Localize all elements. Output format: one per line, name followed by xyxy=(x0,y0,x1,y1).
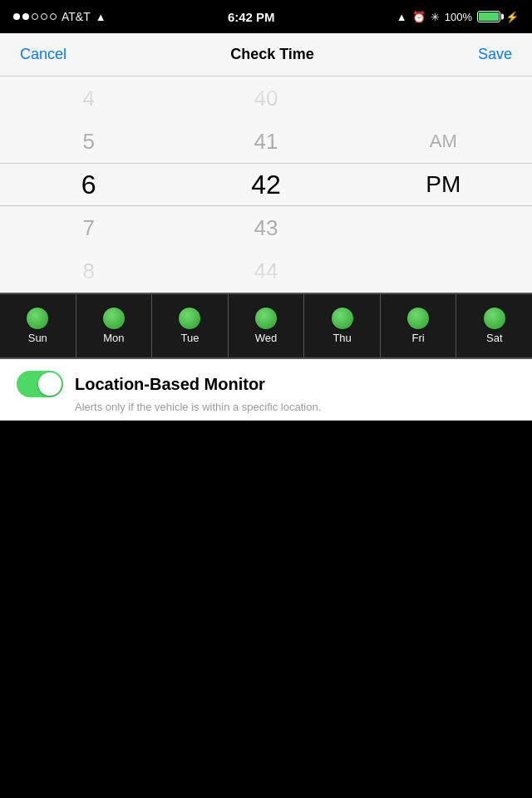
location-monitor-title: Location-Based Monitor xyxy=(75,375,265,394)
day-dot-tue xyxy=(179,308,200,329)
bluetooth-icon: ✳ xyxy=(431,11,440,23)
location-icon: ▲ xyxy=(397,11,407,23)
battery-fill xyxy=(479,12,499,21)
day-dot-sun xyxy=(27,308,48,329)
signal-dot-2 xyxy=(22,13,29,20)
minute-item-42: 42 xyxy=(177,163,354,206)
day-dot-mon xyxy=(103,308,125,329)
carrier-label: AT&T xyxy=(62,10,91,23)
hour-item-7: 7 xyxy=(0,206,177,249)
day-label-thu: Thu xyxy=(332,332,351,344)
signal-dot-1 xyxy=(13,13,20,20)
signal-dot-4 xyxy=(41,13,47,20)
location-monitor-toggle[interactable] xyxy=(17,371,63,397)
location-monitor-row: Location-Based Monitor Alerts only if th… xyxy=(0,359,532,421)
hour-item-6: 6 xyxy=(0,163,177,206)
ampm-item-pm: PM xyxy=(355,163,532,206)
hour-item-8: 8 xyxy=(0,249,177,293)
nav-title: Check Time xyxy=(230,46,314,63)
battery-label: 100% xyxy=(445,11,472,23)
day-label-fri: Fri xyxy=(412,332,425,344)
minute-item-43: 43 xyxy=(177,206,354,249)
wifi-icon: ▲ xyxy=(96,11,106,23)
signal-dot-3 xyxy=(32,13,38,20)
day-cell-sat[interactable]: Sat xyxy=(456,294,532,357)
minute-item-40: 40 xyxy=(177,76,354,120)
alarm-icon: ⏰ xyxy=(412,11,426,23)
status-bar: AT&T ▲ 6:42 PM ▲ ⏰ ✳ 100% ⚡ xyxy=(0,0,532,33)
days-bar: Sun Mon Tue Wed Thu Fri Sat xyxy=(0,293,532,359)
day-label-sat: Sat xyxy=(486,332,503,344)
day-cell-thu[interactable]: Thu xyxy=(304,294,381,357)
day-dot-thu xyxy=(332,308,353,329)
minute-item-44: 44 xyxy=(177,249,354,293)
day-dot-fri xyxy=(407,308,429,329)
day-label-tue: Tue xyxy=(180,332,199,344)
day-cell-tue[interactable]: Tue xyxy=(152,294,229,357)
minute-column[interactable]: 40 41 42 43 44 xyxy=(177,76,354,293)
day-cell-fri[interactable]: Fri xyxy=(381,294,457,357)
day-cell-wed[interactable]: Wed xyxy=(229,294,305,357)
ampm-item-empty xyxy=(355,206,532,249)
save-button[interactable]: Save xyxy=(475,41,515,68)
minute-item-41: 41 xyxy=(177,120,354,163)
day-cell-mon[interactable]: Mon xyxy=(76,294,153,357)
ampm-item-am: AM xyxy=(355,120,532,163)
location-monitor-subtitle: Alerts only if the vehicle is within a s… xyxy=(75,401,515,413)
day-dot-wed xyxy=(255,308,277,329)
battery-icon xyxy=(477,11,500,22)
cancel-button[interactable]: Cancel xyxy=(17,41,70,68)
status-left: AT&T ▲ xyxy=(13,10,106,23)
hour-item-5: 5 xyxy=(0,120,177,163)
battery-container xyxy=(477,11,500,22)
charging-icon: ⚡ xyxy=(505,11,519,23)
signal-dot-5 xyxy=(50,13,57,20)
picker-container: 4 5 6 7 8 40 41 42 43 44 AM PM xyxy=(0,76,532,293)
toggle-knob xyxy=(38,372,62,396)
ampm-column[interactable]: AM PM xyxy=(355,76,532,293)
hour-column[interactable]: 4 5 6 7 8 xyxy=(0,76,177,293)
day-label-sun: Sun xyxy=(28,332,47,344)
status-time: 6:42 PM xyxy=(228,10,275,24)
signal-dots xyxy=(13,13,57,20)
monitor-header: Location-Based Monitor xyxy=(17,371,515,397)
time-picker[interactable]: 4 5 6 7 8 40 41 42 43 44 AM PM xyxy=(0,76,532,293)
nav-bar: Cancel Check Time Save xyxy=(0,33,532,76)
day-label-mon: Mon xyxy=(103,332,124,344)
day-dot-sat xyxy=(484,308,505,329)
status-right: ▲ ⏰ ✳ 100% ⚡ xyxy=(397,11,519,23)
hour-item-4: 4 xyxy=(0,76,177,120)
day-cell-sun[interactable]: Sun xyxy=(0,294,76,357)
day-label-wed: Wed xyxy=(255,332,278,344)
